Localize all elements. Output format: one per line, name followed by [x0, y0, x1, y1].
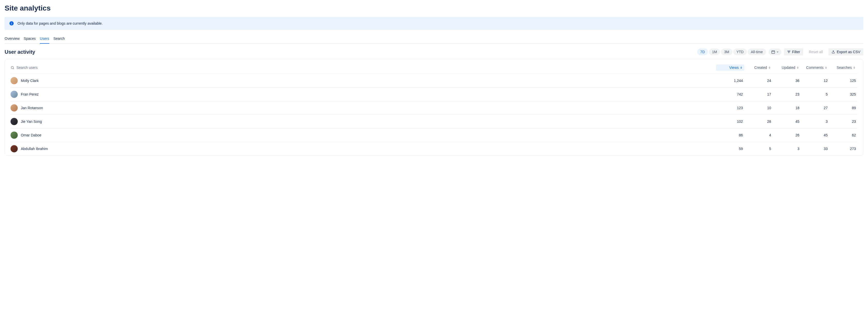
- searches-cell: 23: [829, 120, 858, 124]
- sort-arrow-down-icon: [853, 66, 856, 69]
- column-header-created[interactable]: Created: [744, 64, 773, 71]
- chevron-down-icon: [776, 51, 779, 53]
- avatar: [10, 104, 18, 112]
- updated-cell: 45: [773, 120, 801, 124]
- updated-cell: 26: [773, 133, 801, 137]
- comments-cell: 3: [801, 120, 829, 124]
- range-pill-all-time[interactable]: All-time: [748, 49, 766, 55]
- views-cell: 742: [716, 92, 744, 96]
- range-pill-3m[interactable]: 3M: [721, 49, 732, 55]
- sort-arrow-down-icon: [825, 66, 828, 69]
- views-cell: 1,244: [716, 78, 744, 83]
- column-header-views[interactable]: Views: [716, 64, 744, 71]
- range-pill-1m[interactable]: 1M: [709, 49, 720, 55]
- searches-cell: 325: [829, 92, 858, 96]
- searches-cell: 125: [829, 78, 858, 83]
- table-row[interactable]: Molly Clark1,244243612125: [10, 74, 858, 88]
- views-cell: 59: [716, 147, 744, 151]
- page-title: Site analytics: [5, 4, 863, 12]
- date-range-group: 7D1M3MYTDAll-time: [697, 49, 766, 55]
- column-header-label: Views: [729, 65, 739, 70]
- column-header-label: Updated: [782, 65, 795, 70]
- svg-rect-1: [11, 23, 12, 25]
- tab-users[interactable]: Users: [40, 35, 49, 44]
- date-picker-button[interactable]: [769, 49, 781, 55]
- reset-button-label: Reset all: [809, 50, 823, 54]
- created-cell: 24: [744, 78, 773, 83]
- table-row[interactable]: Fran Perez74217235325: [10, 88, 858, 101]
- user-cell: Abdullah Ibrahim: [10, 145, 716, 152]
- export-button[interactable]: Export as CSV: [829, 48, 863, 56]
- avatar: [10, 91, 18, 98]
- user-name: Abdullah Ibrahim: [21, 147, 48, 151]
- tab-search[interactable]: Search: [54, 35, 65, 44]
- avatar: [10, 145, 18, 152]
- sort-arrow-down-icon: [796, 66, 799, 69]
- reset-button[interactable]: Reset all: [806, 48, 826, 56]
- created-cell: 4: [744, 133, 773, 137]
- table-header-row: ViewsCreatedUpdatedCommentsSearches: [10, 61, 858, 74]
- user-name: Molly Clark: [21, 78, 38, 83]
- user-name: Jie Yan Song: [21, 120, 42, 124]
- searches-cell: 273: [829, 147, 858, 151]
- tab-overview[interactable]: Overview: [5, 35, 20, 44]
- comments-cell: 45: [801, 133, 829, 137]
- user-name: Jan Rotanson: [21, 106, 43, 110]
- column-header-label: Created: [754, 65, 767, 70]
- user-name: Omar Daboe: [21, 133, 41, 137]
- views-cell: 86: [716, 133, 744, 137]
- search-users[interactable]: [10, 65, 716, 70]
- user-cell: Jan Rotanson: [10, 104, 716, 112]
- created-cell: 28: [744, 120, 773, 124]
- comments-cell: 5: [801, 92, 829, 96]
- tab-spaces[interactable]: Spaces: [24, 35, 36, 44]
- column-header-label: Comments: [806, 65, 824, 70]
- updated-cell: 18: [773, 106, 801, 110]
- svg-line-12: [13, 68, 14, 69]
- avatar: [10, 118, 18, 125]
- info-icon: [9, 21, 14, 26]
- search-input[interactable]: [17, 65, 68, 70]
- range-pill-7d[interactable]: 7D: [697, 49, 708, 55]
- created-cell: 10: [744, 106, 773, 110]
- created-cell: 5: [744, 147, 773, 151]
- searches-cell: 62: [829, 133, 858, 137]
- filter-icon: [787, 50, 790, 54]
- column-header-searches[interactable]: Searches: [829, 64, 858, 71]
- svg-rect-3: [772, 51, 775, 54]
- column-header-comments[interactable]: Comments: [801, 64, 829, 71]
- table-row[interactable]: Jan Rotanson12310182789: [10, 101, 858, 115]
- table-row[interactable]: Abdullah Ibrahim595333273: [10, 142, 858, 155]
- tabs: OverviewSpacesUsersSearch: [5, 35, 863, 44]
- user-cell: Molly Clark: [10, 77, 716, 84]
- info-banner-text: Only data for pages and blogs are curren…: [18, 21, 103, 25]
- user-name: Fran Perez: [21, 92, 38, 96]
- export-button-label: Export as CSV: [837, 50, 860, 54]
- controls: 7D1M3MYTDAll-time Filter Reset all Expor…: [697, 48, 863, 56]
- range-pill-ytd[interactable]: YTD: [733, 49, 747, 55]
- updated-cell: 23: [773, 92, 801, 96]
- table-row[interactable]: Omar Daboe864264562: [10, 128, 858, 142]
- created-cell: 17: [744, 92, 773, 96]
- user-activity-table: ViewsCreatedUpdatedCommentsSearches Moll…: [5, 59, 863, 156]
- column-header-label: Searches: [837, 65, 852, 70]
- svg-point-11: [11, 66, 13, 69]
- updated-cell: 3: [773, 147, 801, 151]
- sort-arrow-down-icon: [768, 66, 771, 69]
- views-cell: 102: [716, 120, 744, 124]
- section-title: User activity: [5, 49, 35, 55]
- views-cell: 123: [716, 106, 744, 110]
- comments-cell: 12: [801, 78, 829, 83]
- user-cell: Fran Perez: [10, 91, 716, 98]
- filter-button[interactable]: Filter: [784, 48, 803, 56]
- user-cell: Omar Daboe: [10, 131, 716, 139]
- comments-cell: 33: [801, 147, 829, 151]
- avatar: [10, 77, 18, 84]
- avatar: [10, 131, 18, 139]
- searches-cell: 89: [829, 106, 858, 110]
- user-cell: Jie Yan Song: [10, 118, 716, 125]
- table-row[interactable]: Jie Yan Song1022845323: [10, 115, 858, 128]
- column-header-updated[interactable]: Updated: [773, 64, 801, 71]
- info-banner: Only data for pages and blogs are curren…: [5, 17, 863, 30]
- comments-cell: 27: [801, 106, 829, 110]
